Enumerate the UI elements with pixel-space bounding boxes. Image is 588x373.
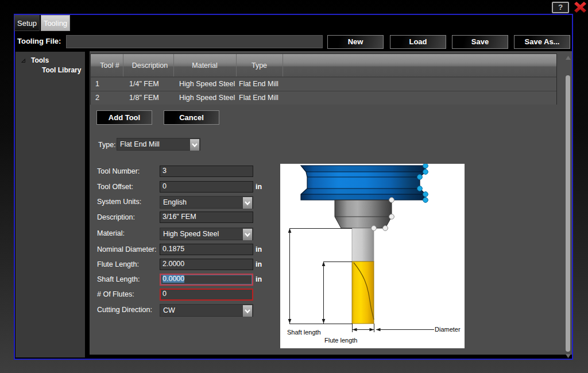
svg-text:Flute length: Flute length [324, 337, 357, 344]
svg-text:Diameter: Diameter [435, 326, 461, 333]
svg-text:Shaft length: Shaft length [287, 329, 321, 336]
